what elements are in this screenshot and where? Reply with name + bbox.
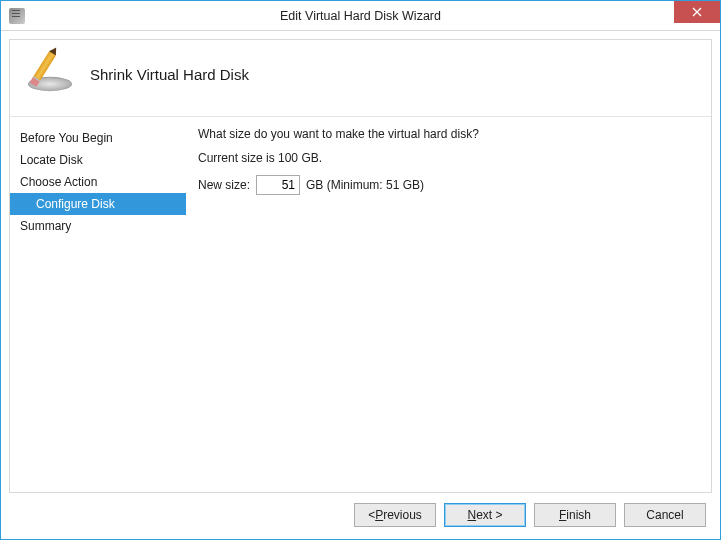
wizard-header-title: Shrink Virtual Hard Disk	[90, 66, 249, 83]
wizard-body: Before You Begin Locate Disk Choose Acti…	[10, 117, 711, 492]
window-title: Edit Virtual Hard Disk Wizard	[1, 9, 720, 23]
app-icon	[9, 8, 25, 24]
titlebar: Edit Virtual Hard Disk Wizard	[1, 1, 720, 31]
step-summary[interactable]: Summary	[10, 215, 186, 237]
next-button[interactable]: Next >	[444, 503, 526, 527]
disk-pencil-icon	[26, 54, 74, 94]
wizard-header: Shrink Virtual Hard Disk	[10, 40, 711, 117]
wizard-button-row: < Previous Next > Finish Cancel	[9, 493, 712, 531]
step-configure-disk[interactable]: Configure Disk	[10, 193, 186, 215]
close-icon	[692, 7, 702, 17]
wizard-main-pane: What size do you want to make the virtua…	[186, 117, 711, 492]
wizard-panel: Shrink Virtual Hard Disk Before You Begi…	[9, 39, 712, 493]
new-size-input[interactable]	[256, 175, 300, 195]
content-area: Shrink Virtual Hard Disk Before You Begi…	[1, 31, 720, 539]
question-text: What size do you want to make the virtua…	[198, 127, 697, 141]
step-locate-disk[interactable]: Locate Disk	[10, 149, 186, 171]
step-choose-action[interactable]: Choose Action	[10, 171, 186, 193]
previous-button[interactable]: < Previous	[354, 503, 436, 527]
wizard-steps-sidebar: Before You Begin Locate Disk Choose Acti…	[10, 117, 186, 492]
new-size-unit-min: GB (Minimum: 51 GB)	[306, 178, 424, 192]
close-button[interactable]	[674, 1, 720, 23]
cancel-button[interactable]: Cancel	[624, 503, 706, 527]
current-size-text: Current size is 100 GB.	[198, 151, 697, 165]
step-before-you-begin[interactable]: Before You Begin	[10, 127, 186, 149]
new-size-label: New size:	[198, 178, 250, 192]
finish-button[interactable]: Finish	[534, 503, 616, 527]
new-size-row: New size: GB (Minimum: 51 GB)	[198, 175, 697, 195]
